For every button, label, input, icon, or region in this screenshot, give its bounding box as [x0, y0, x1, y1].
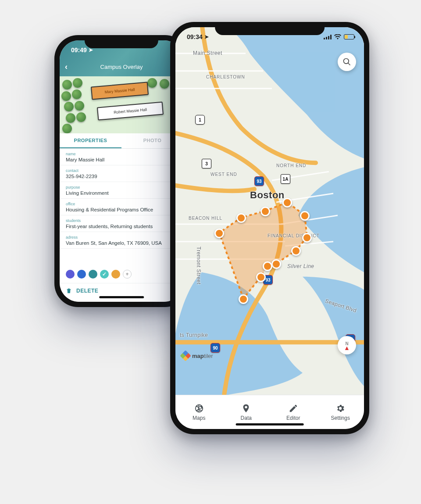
building-selected-label: Mary Massie Hall [104, 87, 135, 94]
silver-line: Silver Line [287, 263, 314, 269]
map-basemap [175, 27, 364, 395]
back-chevron-icon[interactable]: ‹ [65, 62, 68, 71]
screen-title: Campus Overlay [100, 64, 143, 70]
district-west-end: WEST END [210, 172, 237, 177]
maptiler-logo-icon [180, 350, 191, 361]
property-label: students [66, 218, 177, 223]
nav-data-label: Data [241, 415, 252, 421]
shield-i90-left: 90 [210, 343, 220, 353]
svg-line-2 [348, 63, 350, 65]
property-value: First-year students, Returning students [66, 224, 177, 229]
property-value: Mary Massie Hall [66, 157, 177, 162]
cellular-signal-icon [324, 35, 332, 39]
status-right [324, 34, 354, 39]
home-indicator[interactable] [99, 296, 144, 298]
phone-left-frame: 09:49 ➤ ‹ Campus Overlay Mary Massie Hal… [54, 35, 189, 307]
trash-icon [66, 288, 72, 294]
property-field[interactable]: adressVan Buren St, San Angelo, TX 76909… [60, 232, 183, 249]
search-icon [343, 57, 351, 66]
shield-route3: 3 [202, 159, 211, 168]
clock-text: 09:34 [187, 33, 203, 40]
phone-right-frame: 09:34 ➤ CHARLESTOWN Main Street NORTH EN… [170, 22, 369, 434]
property-value: Living Environment [66, 190, 177, 196]
district-beacon-hill: BEACON HILL [189, 216, 222, 221]
street-main: Main Street [193, 50, 222, 56]
shield-i93-top: 93 [254, 176, 264, 186]
color-swatch[interactable] [111, 270, 120, 279]
color-swatch[interactable] [89, 270, 97, 279]
properties-list[interactable]: nameMary Massie Hallcontact325-942-2239p… [60, 149, 183, 265]
title-bar: ‹ Campus Overlay [60, 60, 183, 74]
property-label: name [66, 152, 177, 156]
boston-map-view[interactable]: 09:34 ➤ CHARLESTOWN Main Street NORTH EN… [175, 27, 364, 395]
city-label: Boston [250, 189, 285, 201]
color-swatch[interactable] [100, 270, 109, 279]
nav-settings-label: Settings [331, 415, 350, 421]
district-charlestown: CHARLESTOWN [206, 75, 245, 79]
nav-maps-label: Maps [193, 415, 205, 421]
property-value: Van Buren St, San Angelo, TX 76909, USA [66, 240, 177, 246]
district-financial: FINANCIAL DISTRICT [268, 233, 303, 238]
color-swatch[interactable] [77, 270, 86, 279]
nav-maps[interactable]: Maps [175, 395, 223, 429]
phone-left-screen: 09:49 ➤ ‹ Campus Overlay Mary Massie Hal… [60, 40, 183, 302]
notch [85, 35, 158, 48]
building-other-label: Robert Massie Hall [114, 107, 147, 115]
shield-us1: 1 [195, 115, 205, 125]
campus-map-view[interactable]: Mary Massie Hall Robert Massie Hall [60, 76, 183, 133]
shield-route1a: 1A [281, 174, 290, 184]
color-swatch-row [60, 265, 183, 283]
detail-tabs: PROPERTIES PHOTO [60, 133, 183, 149]
pencil-icon [289, 404, 298, 413]
battery-icon [344, 34, 354, 39]
status-time: 09:34 ➤ [187, 33, 209, 40]
building-other[interactable]: Robert Massie Hall [97, 102, 164, 121]
property-field[interactable]: contact325-942-2239 [60, 165, 183, 182]
building-selected[interactable]: Mary Massie Hall [91, 82, 149, 100]
phone-right-screen: 09:34 ➤ CHARLESTOWN Main Street NORTH EN… [175, 27, 364, 429]
property-field[interactable]: officeHousing & Residential Programs Off… [60, 199, 183, 215]
nav-editor-label: Editor [286, 415, 300, 421]
shield-i93-bottom: 93 [263, 275, 273, 285]
property-field[interactable]: nameMary Massie Hall [60, 149, 183, 165]
color-swatch[interactable] [66, 270, 75, 279]
gear-icon [335, 404, 345, 413]
delete-label: DELETE [76, 288, 98, 294]
attribution-text: maptiler [192, 353, 213, 359]
delete-button[interactable]: DELETE [60, 283, 183, 302]
property-field[interactable]: studentsFirst-year students, Returning s… [60, 215, 183, 232]
property-label: office [66, 202, 177, 206]
property-value: Housing & Residential Programs Office [66, 207, 177, 212]
street-tremont: Tremont Street [196, 247, 202, 285]
property-value: 325-942-2239 [66, 174, 177, 179]
pin-icon [241, 404, 251, 413]
nav-settings[interactable]: Settings [317, 395, 364, 429]
property-label: adress [66, 235, 177, 239]
wifi-icon [334, 34, 341, 39]
district-north-end: NORTH END [276, 163, 306, 168]
clock-text: 09:49 [71, 46, 87, 54]
property-field[interactable]: purposeLiving Environment [60, 182, 183, 199]
property-label: contact [66, 168, 177, 173]
notch [215, 22, 325, 35]
tab-properties[interactable]: PROPERTIES [60, 133, 121, 148]
compass-button[interactable]: N ▲ [338, 336, 356, 354]
svg-point-1 [344, 59, 349, 64]
location-arrow-icon: ➤ [204, 34, 209, 40]
street-turnpike: ts Turnpike [180, 332, 208, 338]
home-indicator[interactable] [236, 423, 304, 425]
globe-icon [194, 404, 204, 413]
map-attribution: maptiler [182, 352, 213, 360]
search-button[interactable] [338, 53, 356, 71]
add-color-button[interactable] [123, 270, 132, 279]
compass-needle-icon: ▲ [344, 346, 350, 350]
property-label: purpose [66, 185, 177, 189]
